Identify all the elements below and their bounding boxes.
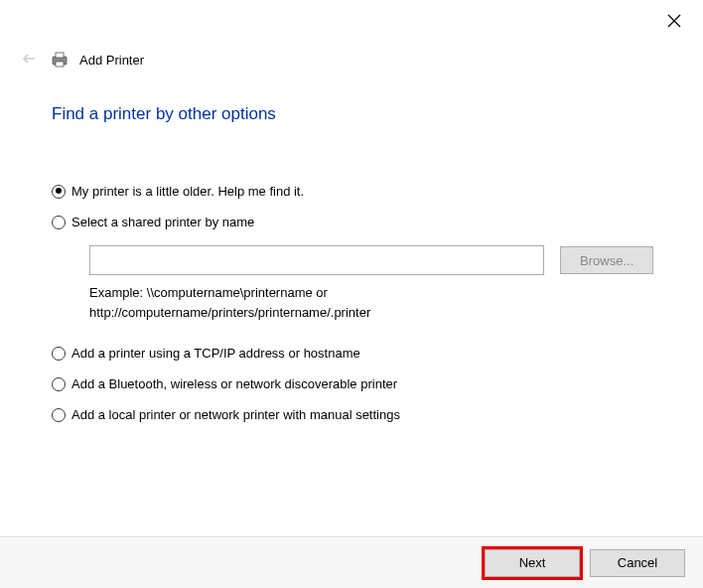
option-label: Add a local printer or network printer w… [71,407,400,422]
option-shared-printer[interactable]: Select a shared printer by name [52,215,653,229]
options-group: My printer is a little older. Help me fi… [0,124,703,422]
radio-icon [52,377,66,391]
close-button[interactable] [667,14,683,30]
svg-rect-5 [56,62,64,67]
radio-icon [52,185,66,199]
radio-icon [52,347,66,361]
svg-point-6 [64,59,66,61]
page-heading: Find a printer by other options [0,70,703,124]
shared-printer-name-input[interactable] [89,245,544,275]
next-button[interactable]: Next [485,549,580,577]
browse-button: Browse... [560,246,653,274]
option-label: Add a printer using a TCP/IP address or … [71,346,360,361]
example-line1: Example: \\computername\printername or [89,285,328,300]
option-label: Add a Bluetooth, wireless or network dis… [71,376,397,391]
back-arrow-icon [20,50,40,70]
printer-icon [50,50,70,70]
option-label: Select a shared printer by name [71,215,254,229]
wizard-header: Add Printer [0,0,703,70]
wizard-footer: Next Cancel [0,536,703,588]
option-label: My printer is a little older. Help me fi… [71,184,304,199]
example-line2: http://computername/printers/printername… [89,305,370,320]
option-tcpip-printer[interactable]: Add a printer using a TCP/IP address or … [52,346,653,361]
option-local-printer[interactable]: Add a local printer or network printer w… [52,407,653,422]
radio-icon [52,408,66,422]
shared-input-row: Browse... [89,245,653,275]
option-bluetooth-printer[interactable]: Add a Bluetooth, wireless or network dis… [52,376,653,391]
close-icon [667,14,681,28]
radio-icon [52,216,66,229]
wizard-title: Add Printer [79,53,144,68]
cancel-button[interactable]: Cancel [590,549,685,577]
option-older-printer[interactable]: My printer is a little older. Help me fi… [52,184,653,199]
example-text: Example: \\computername\printername or h… [89,283,546,322]
svg-rect-4 [56,53,64,58]
shared-printer-subsection: Browse... Example: \\computername\printe… [89,245,653,322]
